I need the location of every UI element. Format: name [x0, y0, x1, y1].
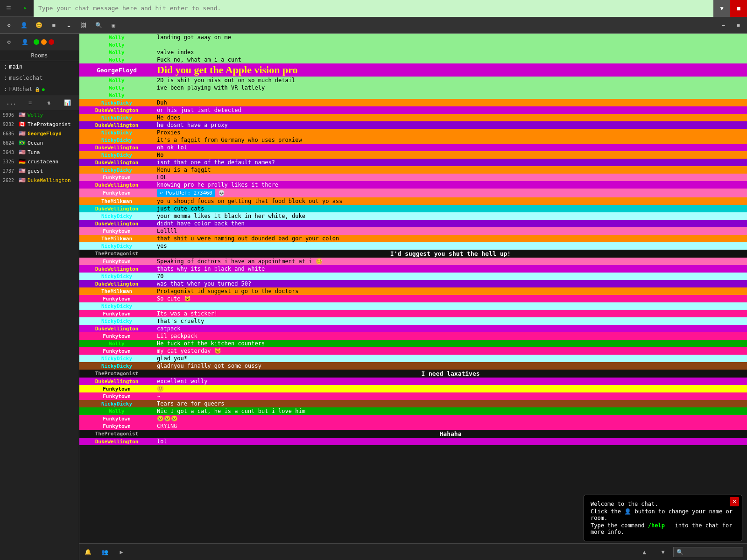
msg-content: didnt have color back then — [154, 220, 747, 227]
search-input[interactable] — [673, 547, 743, 557]
table-row: NickyDicky — [79, 302, 747, 310]
skull-emoji: 💀 — [218, 190, 225, 196]
table-row: DukeWellington oh ok lol — [79, 144, 747, 151]
grid-icon[interactable]: ▣ — [106, 19, 120, 32]
user-item-georgefloyd[interactable]: 6686 🇺🇸 GeorgeFloyd — [0, 129, 79, 138]
sidebar-user-icon[interactable]: 👤 — [18, 35, 32, 49]
list-icon[interactable]: ≡ — [47, 19, 61, 32]
sidebar-item-musclechat[interactable]: : musclechat — [0, 72, 79, 84]
settings-icon[interactable]: ⚙ — [2, 19, 16, 32]
table-row: Funkytown 🙂 — [79, 385, 747, 392]
table-row: NickyDicky it's a faggit from Germany wh… — [79, 136, 747, 144]
user-item-ocean[interactable]: 6624 🇧🇷 Ocean — [0, 138, 79, 147]
user-item-tuna[interactable]: 3643 🇺🇸 Tuna — [0, 147, 79, 157]
sidebar: ⚙ 👤 Rooms : main : musclechat : FARchat … — [0, 34, 79, 560]
msg-content: Lollll — [154, 227, 747, 235]
user-item-wolly[interactable]: 9996 🇺🇸 Wolly — [0, 110, 79, 119]
users-btn[interactable]: 👥 — [96, 544, 113, 560]
postref-btn[interactable]: ↩ PostRef: 273460 — [157, 189, 215, 197]
msg-content: just cute cats — [154, 205, 747, 212]
chat-area: Wolly landing got away on me Wolly Wolly… — [79, 34, 747, 560]
toast-notification: ✕ Welcome to the chat. Click the 👤 butto… — [584, 495, 742, 541]
table-row: DukeWellington isnt that one of the defa… — [79, 159, 747, 166]
list-btn[interactable]: ≡ — [24, 97, 35, 108]
sidebar-item-main[interactable]: : main — [0, 61, 79, 72]
msg-content — [154, 302, 747, 310]
msg-content: CRYING — [154, 422, 747, 430]
msg-content: 🙂 — [154, 385, 747, 392]
table-row: Funkytown CRYING — [79, 422, 747, 430]
msg-content: it's a faggit from Germany who uses prox… — [154, 136, 747, 144]
table-row: DukeWellington or his just isnt detected — [79, 106, 747, 114]
msg-name: Funkytown — [79, 174, 154, 181]
msg-name: Wolly — [79, 407, 154, 415]
close-btn[interactable]: ■ — [730, 0, 747, 17]
cloud-icon[interactable]: ☁ — [62, 19, 76, 32]
msg-name: NickyDicky — [79, 400, 154, 407]
table-row: Wolly Nic I got a cat, he is a cunt but … — [79, 407, 747, 415]
table-row: Wolly landing got away on me — [79, 34, 747, 41]
user-icon[interactable]: 👤 — [17, 19, 31, 32]
menu-icon2[interactable]: ≡ — [731, 19, 745, 32]
user-item-crustacean[interactable]: 3326 🇩🇪 crustacean — [0, 157, 79, 166]
messages: Wolly landing got away on me Wolly Wolly… — [79, 34, 747, 543]
play-btn[interactable]: ▶ — [113, 544, 130, 560]
toast-line2: Click the 👤 button to change your name o… — [591, 508, 735, 521]
table-row: DukeWellington lol — [79, 438, 747, 445]
msg-content: That's cruelty — [154, 317, 747, 325]
msg-name: Funkytown — [79, 310, 154, 317]
user-item-protagonist[interactable]: 9282 🇨🇦 TheProtagonist — [0, 119, 79, 129]
msg-name: TheMilkman — [79, 197, 154, 205]
msg-name: Funkytown — [79, 347, 154, 355]
table-row: TheProtagonist I'd suggest you shut the … — [79, 250, 747, 258]
sidebar-bottom-controls: ... ≡ ⇅ 📊 — [0, 95, 79, 110]
table-row: Funkytown So cute 🐱 — [79, 295, 747, 302]
msg-content: or his just isnt detected — [154, 106, 747, 114]
msg-name: Funkytown — [79, 415, 154, 422]
msg-name: Funkytown — [79, 227, 154, 235]
login-icon[interactable]: → — [716, 19, 730, 32]
chat-input[interactable] — [34, 0, 713, 17]
msg-content: your momma likes it black in her white, … — [154, 212, 747, 220]
sidebar-settings-icon[interactable]: ⚙ — [2, 35, 16, 49]
msg-content: No — [154, 151, 747, 159]
toast-close-button[interactable]: ✕ — [730, 497, 739, 506]
msg-name: TheMilkman — [79, 235, 154, 242]
top-bar: ☰ ➤ ▼ ■ — [0, 0, 747, 17]
room-bullet: : — [4, 75, 7, 81]
ellipsis-btn[interactable]: ... — [6, 97, 17, 108]
search-icon[interactable]: 🔍 — [92, 19, 106, 32]
sort-btn[interactable]: ⇅ — [43, 97, 55, 108]
msg-content — [154, 41, 747, 49]
dropdown-btn[interactable]: ▼ — [713, 0, 730, 17]
msg-name: DukeWellington — [79, 106, 154, 114]
emoji-icon[interactable]: 😊 — [32, 19, 46, 32]
chevron-up-icon[interactable]: ▲ — [636, 544, 653, 560]
table-row: GeorgeFloyd Did you get the Apple vision… — [79, 63, 747, 77]
toast-line1: Welcome to the chat. — [591, 501, 735, 507]
chevron-down-icon[interactable]: ▼ — [655, 544, 671, 560]
image-icon[interactable]: 🖼 — [77, 19, 91, 32]
msg-content: isnt that one of the default names? — [154, 159, 747, 166]
send-icon[interactable]: ➤ — [17, 0, 34, 17]
user-item-dukewellington[interactable]: 2622 🇺🇸 DukeWellington — [0, 175, 79, 185]
msg-name: NickyDicky — [79, 317, 154, 325]
sidebar-item-farchat[interactable]: : FARchat 🔒 ● — [0, 84, 79, 95]
msg-content: Fuck no, what am i a cunt — [154, 56, 747, 63]
msg-name: DukeWellington — [79, 378, 154, 385]
table-row: NickyDicky 70 — [79, 273, 747, 280]
notification-btn[interactable]: 🔔 — [79, 544, 96, 560]
table-row: Wolly He fuck off the kitchen counters — [79, 340, 747, 347]
stats-btn[interactable]: 📊 — [62, 97, 73, 108]
msg-name: DukeWellington — [79, 181, 154, 189]
user-item-guest[interactable]: 2737 🇺🇸 guest — [0, 166, 79, 175]
msg-content: he dosnt have a proxy — [154, 121, 747, 129]
menu-icon[interactable]: ☰ — [0, 0, 17, 17]
table-row: NickyDicky gladnyou finally got some ous… — [79, 362, 747, 370]
msg-name: DukeWellington — [79, 438, 154, 445]
msg-content: yes — [154, 242, 747, 250]
table-row: DukeWellington catpack — [79, 325, 747, 332]
msg-name: DukeWellington — [79, 220, 154, 227]
table-row: Funkytown my cat yesterday 🐱 — [79, 347, 747, 355]
table-row: TheProtagonist I need laxatives — [79, 370, 747, 378]
